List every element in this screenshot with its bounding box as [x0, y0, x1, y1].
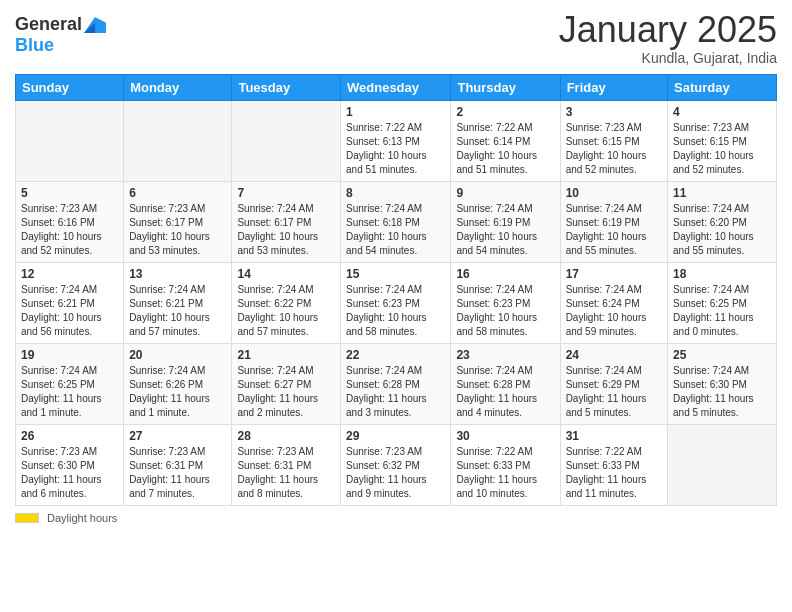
- day-info: Sunrise: 7:23 AM Sunset: 6:15 PM Dayligh…: [673, 121, 771, 177]
- table-row: 2Sunrise: 7:22 AM Sunset: 6:14 PM Daylig…: [451, 100, 560, 181]
- day-info: Sunrise: 7:24 AM Sunset: 6:23 PM Dayligh…: [456, 283, 554, 339]
- day-info: Sunrise: 7:23 AM Sunset: 6:30 PM Dayligh…: [21, 445, 118, 501]
- day-info: Sunrise: 7:24 AM Sunset: 6:27 PM Dayligh…: [237, 364, 335, 420]
- table-row: 22Sunrise: 7:24 AM Sunset: 6:28 PM Dayli…: [341, 343, 451, 424]
- table-row: 3Sunrise: 7:23 AM Sunset: 6:15 PM Daylig…: [560, 100, 667, 181]
- table-row: 20Sunrise: 7:24 AM Sunset: 6:26 PM Dayli…: [124, 343, 232, 424]
- day-info: Sunrise: 7:24 AM Sunset: 6:18 PM Dayligh…: [346, 202, 445, 258]
- day-number: 10: [566, 186, 662, 200]
- header-tuesday: Tuesday: [232, 74, 341, 100]
- day-number: 31: [566, 429, 662, 443]
- header: General Blue January 2025 Kundla, Gujara…: [15, 10, 777, 66]
- daylight-label: Daylight hours: [47, 512, 117, 524]
- table-row: 30Sunrise: 7:22 AM Sunset: 6:33 PM Dayli…: [451, 424, 560, 505]
- day-number: 16: [456, 267, 554, 281]
- table-row: 5Sunrise: 7:23 AM Sunset: 6:16 PM Daylig…: [16, 181, 124, 262]
- location-subtitle: Kundla, Gujarat, India: [559, 50, 777, 66]
- table-row: 7Sunrise: 7:24 AM Sunset: 6:17 PM Daylig…: [232, 181, 341, 262]
- day-number: 5: [21, 186, 118, 200]
- table-row: [668, 424, 777, 505]
- header-monday: Monday: [124, 74, 232, 100]
- table-row: 10Sunrise: 7:24 AM Sunset: 6:19 PM Dayli…: [560, 181, 667, 262]
- day-number: 28: [237, 429, 335, 443]
- footer-row: Daylight hours: [15, 512, 777, 524]
- day-info: Sunrise: 7:22 AM Sunset: 6:33 PM Dayligh…: [456, 445, 554, 501]
- table-row: 1Sunrise: 7:22 AM Sunset: 6:13 PM Daylig…: [341, 100, 451, 181]
- day-number: 20: [129, 348, 226, 362]
- day-info: Sunrise: 7:22 AM Sunset: 6:33 PM Dayligh…: [566, 445, 662, 501]
- day-number: 6: [129, 186, 226, 200]
- day-number: 24: [566, 348, 662, 362]
- day-number: 15: [346, 267, 445, 281]
- header-saturday: Saturday: [668, 74, 777, 100]
- calendar-week-row: 5Sunrise: 7:23 AM Sunset: 6:16 PM Daylig…: [16, 181, 777, 262]
- day-info: Sunrise: 7:24 AM Sunset: 6:19 PM Dayligh…: [566, 202, 662, 258]
- page: General Blue January 2025 Kundla, Gujara…: [0, 0, 792, 612]
- table-row: 29Sunrise: 7:23 AM Sunset: 6:32 PM Dayli…: [341, 424, 451, 505]
- table-row: 21Sunrise: 7:24 AM Sunset: 6:27 PM Dayli…: [232, 343, 341, 424]
- day-info: Sunrise: 7:24 AM Sunset: 6:23 PM Dayligh…: [346, 283, 445, 339]
- table-row: 15Sunrise: 7:24 AM Sunset: 6:23 PM Dayli…: [341, 262, 451, 343]
- calendar-header-row: Sunday Monday Tuesday Wednesday Thursday…: [16, 74, 777, 100]
- header-wednesday: Wednesday: [341, 74, 451, 100]
- day-info: Sunrise: 7:24 AM Sunset: 6:17 PM Dayligh…: [237, 202, 335, 258]
- day-info: Sunrise: 7:23 AM Sunset: 6:32 PM Dayligh…: [346, 445, 445, 501]
- day-info: Sunrise: 7:23 AM Sunset: 6:31 PM Dayligh…: [237, 445, 335, 501]
- day-info: Sunrise: 7:24 AM Sunset: 6:29 PM Dayligh…: [566, 364, 662, 420]
- table-row: 24Sunrise: 7:24 AM Sunset: 6:29 PM Dayli…: [560, 343, 667, 424]
- month-title: January 2025: [559, 10, 777, 50]
- day-number: 2: [456, 105, 554, 119]
- table-row: 28Sunrise: 7:23 AM Sunset: 6:31 PM Dayli…: [232, 424, 341, 505]
- table-row: 17Sunrise: 7:24 AM Sunset: 6:24 PM Dayli…: [560, 262, 667, 343]
- day-info: Sunrise: 7:24 AM Sunset: 6:28 PM Dayligh…: [346, 364, 445, 420]
- day-info: Sunrise: 7:24 AM Sunset: 6:26 PM Dayligh…: [129, 364, 226, 420]
- day-number: 17: [566, 267, 662, 281]
- table-row: 23Sunrise: 7:24 AM Sunset: 6:28 PM Dayli…: [451, 343, 560, 424]
- calendar-week-row: 26Sunrise: 7:23 AM Sunset: 6:30 PM Dayli…: [16, 424, 777, 505]
- table-row: [232, 100, 341, 181]
- day-info: Sunrise: 7:24 AM Sunset: 6:25 PM Dayligh…: [21, 364, 118, 420]
- day-number: 9: [456, 186, 554, 200]
- day-info: Sunrise: 7:24 AM Sunset: 6:25 PM Dayligh…: [673, 283, 771, 339]
- header-sunday: Sunday: [16, 74, 124, 100]
- day-info: Sunrise: 7:24 AM Sunset: 6:20 PM Dayligh…: [673, 202, 771, 258]
- table-row: 27Sunrise: 7:23 AM Sunset: 6:31 PM Dayli…: [124, 424, 232, 505]
- table-row: 12Sunrise: 7:24 AM Sunset: 6:21 PM Dayli…: [16, 262, 124, 343]
- day-info: Sunrise: 7:24 AM Sunset: 6:22 PM Dayligh…: [237, 283, 335, 339]
- day-number: 4: [673, 105, 771, 119]
- day-number: 22: [346, 348, 445, 362]
- header-thursday: Thursday: [451, 74, 560, 100]
- table-row: 26Sunrise: 7:23 AM Sunset: 6:30 PM Dayli…: [16, 424, 124, 505]
- table-row: 4Sunrise: 7:23 AM Sunset: 6:15 PM Daylig…: [668, 100, 777, 181]
- day-info: Sunrise: 7:23 AM Sunset: 6:17 PM Dayligh…: [129, 202, 226, 258]
- table-row: [124, 100, 232, 181]
- day-number: 12: [21, 267, 118, 281]
- table-row: 19Sunrise: 7:24 AM Sunset: 6:25 PM Dayli…: [16, 343, 124, 424]
- calendar-week-row: 12Sunrise: 7:24 AM Sunset: 6:21 PM Dayli…: [16, 262, 777, 343]
- day-info: Sunrise: 7:24 AM Sunset: 6:24 PM Dayligh…: [566, 283, 662, 339]
- table-row: 25Sunrise: 7:24 AM Sunset: 6:30 PM Dayli…: [668, 343, 777, 424]
- table-row: 18Sunrise: 7:24 AM Sunset: 6:25 PM Dayli…: [668, 262, 777, 343]
- day-number: 25: [673, 348, 771, 362]
- day-number: 8: [346, 186, 445, 200]
- day-info: Sunrise: 7:22 AM Sunset: 6:14 PM Dayligh…: [456, 121, 554, 177]
- day-number: 27: [129, 429, 226, 443]
- day-info: Sunrise: 7:23 AM Sunset: 6:16 PM Dayligh…: [21, 202, 118, 258]
- table-row: 16Sunrise: 7:24 AM Sunset: 6:23 PM Dayli…: [451, 262, 560, 343]
- table-row: [16, 100, 124, 181]
- day-info: Sunrise: 7:23 AM Sunset: 6:31 PM Dayligh…: [129, 445, 226, 501]
- calendar-table: Sunday Monday Tuesday Wednesday Thursday…: [15, 74, 777, 506]
- calendar-week-row: 19Sunrise: 7:24 AM Sunset: 6:25 PM Dayli…: [16, 343, 777, 424]
- day-number: 18: [673, 267, 771, 281]
- day-number: 23: [456, 348, 554, 362]
- day-number: 21: [237, 348, 335, 362]
- table-row: 6Sunrise: 7:23 AM Sunset: 6:17 PM Daylig…: [124, 181, 232, 262]
- footer: Daylight hours: [15, 512, 777, 524]
- day-number: 30: [456, 429, 554, 443]
- day-info: Sunrise: 7:22 AM Sunset: 6:13 PM Dayligh…: [346, 121, 445, 177]
- day-number: 1: [346, 105, 445, 119]
- day-info: Sunrise: 7:24 AM Sunset: 6:30 PM Dayligh…: [673, 364, 771, 420]
- title-block: January 2025 Kundla, Gujarat, India: [559, 10, 777, 66]
- header-friday: Friday: [560, 74, 667, 100]
- calendar-week-row: 1Sunrise: 7:22 AM Sunset: 6:13 PM Daylig…: [16, 100, 777, 181]
